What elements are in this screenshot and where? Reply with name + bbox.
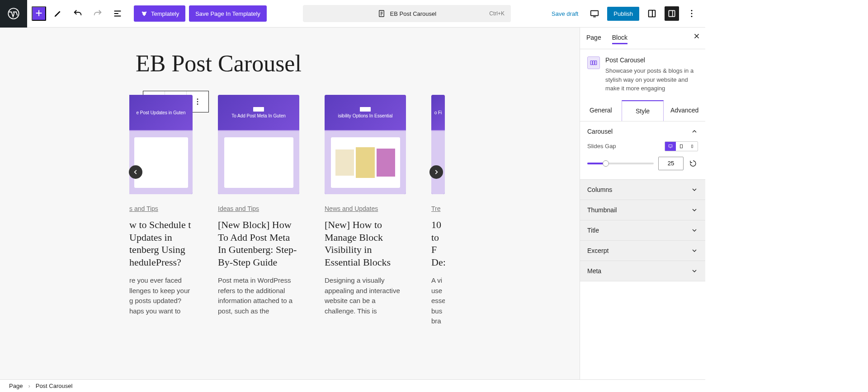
slide-category[interactable]: Ideas and Tips: [218, 205, 299, 212]
editor-canvas[interactable]: EB Post Carousel e Post Updat: [0, 28, 580, 379]
block-name: Post Carousel: [605, 56, 698, 64]
svg-rect-8: [669, 10, 675, 16]
slide-thumbnail: e Post Updates in Guten: [129, 95, 193, 194]
carousel-slide: isibility Options In Essential News and …: [325, 95, 406, 327]
carousel-slide: o Fi Tre 10 to F De: A vi use esse bus b…: [431, 95, 445, 327]
document-title-text: EB Post Carousel: [390, 10, 437, 17]
options-button[interactable]: [684, 5, 700, 22]
slide-title: w to Schedule t Updates in tenberg Using…: [129, 219, 193, 268]
publish-button[interactable]: Publish: [607, 7, 639, 21]
templately-button[interactable]: Templately: [134, 5, 185, 22]
edit-mode-button[interactable]: [50, 5, 66, 22]
panel-columns: Columns: [580, 180, 705, 200]
svg-rect-19: [593, 61, 594, 65]
carousel-slide: To Add Post Meta In Guten Ideas and Tips…: [218, 95, 299, 327]
wordpress-logo[interactable]: [0, 0, 27, 28]
post-carousel-block[interactable]: e Post Updates in Guten s and Tips w to …: [129, 95, 580, 327]
slide-thumbnail: isibility Options In Essential: [325, 95, 406, 194]
essential-blocks-panel-button[interactable]: [644, 5, 660, 22]
svg-rect-21: [669, 145, 672, 147]
carousel-next-button[interactable]: [429, 165, 443, 179]
breadcrumb-current[interactable]: Post Carousel: [36, 383, 73, 389]
svg-point-3: [145, 12, 146, 13]
save-templately-label: Save Page In Templately: [195, 10, 260, 17]
chevron-down-icon: [691, 227, 698, 234]
tab-page[interactable]: Page: [586, 34, 601, 43]
panel-thumbnail-head[interactable]: Thumbnail: [580, 200, 705, 220]
svg-point-0: [8, 8, 19, 19]
preview-button[interactable]: [586, 5, 603, 22]
close-sidebar-button[interactable]: [693, 32, 701, 42]
slide-thumbnail: o Fi: [431, 95, 445, 194]
panel-excerpt: Excerpt: [580, 241, 705, 261]
device-mobile-button[interactable]: [687, 142, 698, 151]
undo-button[interactable]: [70, 5, 86, 22]
breadcrumb-bar: Page › Post Carousel: [0, 379, 705, 392]
tab-style[interactable]: Style: [622, 100, 664, 121]
svg-point-4: [144, 14, 145, 16]
breadcrumb-root[interactable]: Page: [9, 383, 23, 389]
tab-advanced[interactable]: Advanced: [664, 100, 705, 121]
svg-point-2: [142, 12, 143, 13]
add-block-button[interactable]: [32, 6, 46, 21]
slide-category[interactable]: s and Tips: [129, 205, 193, 212]
slides-gap-input[interactable]: [658, 157, 684, 170]
chevron-down-icon: [691, 267, 698, 275]
slides-gap-reset-button[interactable]: [688, 159, 698, 168]
chevron-down-icon: [691, 186, 698, 193]
panel-thumbnail: Thumbnail: [580, 200, 705, 220]
svg-point-9: [691, 10, 693, 11]
panel-meta-head[interactable]: Meta: [580, 261, 705, 281]
slides-gap-label: Slides Gap: [587, 143, 616, 149]
sidebar-tabs: Page Block: [580, 28, 705, 49]
panel-meta: Meta: [580, 261, 705, 281]
save-draft-button[interactable]: Save draft: [548, 8, 582, 20]
tab-general[interactable]: General: [580, 100, 622, 121]
slide-title: [New Block] How To Add Post Meta In Gute…: [218, 219, 299, 268]
redo-button[interactable]: [90, 5, 106, 22]
post-carousel-icon: [587, 56, 600, 69]
chevron-up-icon: [691, 128, 698, 135]
slide-title: 10 to F De:: [431, 219, 445, 268]
panel-columns-head[interactable]: Columns: [580, 180, 705, 200]
svg-point-11: [691, 16, 693, 17]
slide-excerpt: A vi use esse bus bra: [431, 275, 445, 327]
responsive-toggle: [665, 141, 698, 151]
svg-rect-20: [595, 61, 597, 65]
chevron-down-icon: [691, 206, 698, 214]
svg-rect-6: [591, 11, 599, 16]
document-overview-button[interactable]: [109, 5, 126, 22]
svg-rect-18: [590, 61, 592, 65]
templately-label: Templately: [151, 10, 179, 17]
panel-carousel-head[interactable]: Carousel: [580, 121, 705, 141]
slide-thumbnail: To Add Post Meta In Guten: [218, 95, 299, 194]
document-title-bar[interactable]: EB Post Carousel Ctrl+K: [303, 5, 511, 22]
slide-category[interactable]: News and Updates: [325, 205, 406, 212]
tab-block[interactable]: Block: [612, 33, 627, 44]
block-info: Post Carousel Showcase your posts & blog…: [580, 49, 705, 100]
slide-category[interactable]: Tre: [431, 205, 445, 212]
panel-title: Title: [580, 220, 705, 241]
slide-excerpt: re you ever faced llenges to keep your g…: [129, 275, 193, 316]
block-description: Showcase your posts & blogs in a stylish…: [605, 66, 698, 93]
device-desktop-button[interactable]: [665, 142, 676, 151]
top-toolbar: Templately Save Page In Templately EB Po…: [0, 0, 705, 28]
slide-excerpt: Designing a visually appealing and inter…: [325, 275, 406, 316]
save-templately-button[interactable]: Save Page In Templately: [189, 5, 267, 22]
panel-excerpt-head[interactable]: Excerpt: [580, 241, 705, 261]
svg-point-10: [691, 13, 693, 14]
settings-panel-button[interactable]: [665, 6, 679, 21]
slide-title: [New] How to Manage Block Visibility in …: [325, 219, 406, 268]
device-tablet-button[interactable]: [676, 142, 687, 151]
panel-carousel: Carousel Slides Gap: [580, 121, 705, 180]
block-settings-tabs: General Style Advanced: [580, 100, 705, 121]
slide-excerpt: Post meta in WordPress refers to the add…: [218, 275, 299, 316]
svg-rect-22: [680, 145, 683, 148]
carousel-prev-button[interactable]: [129, 165, 142, 179]
page-title[interactable]: EB Post Carousel: [136, 50, 580, 77]
carousel-slide: e Post Updates in Guten s and Tips w to …: [129, 95, 193, 327]
panel-title-head[interactable]: Title: [580, 220, 705, 240]
slides-gap-slider[interactable]: [587, 163, 654, 164]
svg-rect-23: [692, 145, 693, 148]
settings-sidebar: Page Block Post Carousel Showcase your p…: [580, 28, 705, 379]
